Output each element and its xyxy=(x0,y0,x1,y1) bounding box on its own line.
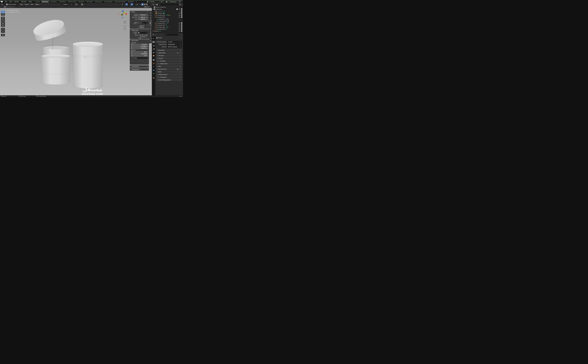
gizmo-dropdown[interactable] xyxy=(128,3,130,5)
cursor-rot-x-field[interactable]: X96.2° xyxy=(131,51,148,53)
drag-grip-icon[interactable] xyxy=(180,63,181,64)
drag-grip-icon[interactable] xyxy=(147,12,148,12)
workspace-tab-animation[interactable]: Animation xyxy=(85,0,94,3)
outliner-row[interactable]: ▶Cylinder.009 xyxy=(152,28,183,30)
presets-icon[interactable] xyxy=(177,52,178,53)
viewlayer-selector[interactable]: ViewLayer × xyxy=(165,0,182,3)
workspace-tab-shading[interactable]: Shading xyxy=(78,0,85,3)
drag-grip-icon[interactable] xyxy=(180,58,181,59)
axis-y-neg-handle[interactable] xyxy=(121,14,123,16)
menu-help[interactable]: Help xyxy=(28,1,33,3)
tool-transform[interactable] xyxy=(1,25,5,27)
cursor-loc-y-field[interactable]: Y-0.02186 m xyxy=(131,46,148,47)
options-dropdown[interactable]: Options xyxy=(144,6,150,8)
mode-dropdown[interactable]: Object Mode xyxy=(6,3,18,5)
properties-tab-physics[interactable] xyxy=(152,69,155,72)
local-camera-checkbox[interactable] xyxy=(138,22,139,24)
overlays-dropdown[interactable] xyxy=(133,3,135,5)
workspace-tab-uv-editing[interactable]: UV Editing xyxy=(58,0,67,3)
axis-y-handle[interactable]: Y xyxy=(123,12,125,13)
properties-tab-texture[interactable] xyxy=(152,77,155,79)
remove-viewlayer-icon[interactable]: × xyxy=(180,1,181,2)
tool-measure[interactable] xyxy=(1,30,5,33)
overlays-toggle[interactable]: ◎ xyxy=(131,3,133,5)
eye-closed-icon[interactable] xyxy=(179,11,180,12)
tool-select-box[interactable] xyxy=(1,11,5,13)
select-mode-subtract[interactable] xyxy=(8,6,10,8)
outliner-item-name[interactable]: Cylinder.008 xyxy=(157,26,165,28)
eye-icon[interactable] xyxy=(179,9,180,10)
outliner-item-name[interactable]: Cylinder.009 xyxy=(157,28,165,30)
shading-wireframe-button[interactable]: ○ xyxy=(139,3,141,5)
expand-toggle[interactable]: ▶ xyxy=(156,19,158,20)
eye-icon[interactable] xyxy=(179,29,180,30)
properties-search[interactable] xyxy=(164,34,178,36)
perspective-toggle-button[interactable] xyxy=(124,28,126,31)
display-mode-icon[interactable] xyxy=(156,4,158,5)
expand-toggle[interactable]: ▼ xyxy=(153,9,154,10)
drag-grip-icon[interactable] xyxy=(180,69,181,70)
outliner-item-name[interactable]: Cylinder.007 xyxy=(157,25,165,26)
cursor-rot-z-field[interactable]: Z-4.37° xyxy=(131,55,148,57)
drag-grip-icon[interactable] xyxy=(180,77,181,78)
menu-window[interactable]: Window xyxy=(20,1,27,3)
scene-selector[interactable]: Scene × xyxy=(146,0,165,3)
clip-start-field[interactable]: 0.01 m xyxy=(138,16,148,18)
properties-tab-collection[interactable] xyxy=(152,59,155,61)
blender-logo[interactable] xyxy=(1,1,3,2)
drag-grip-icon[interactable] xyxy=(180,74,181,75)
cursor-panel-header[interactable]: 3D Cursor xyxy=(130,39,149,42)
drag-grip-icon[interactable] xyxy=(180,66,181,67)
cursor-loc-z-field[interactable]: Z0.06078 m xyxy=(131,47,148,49)
new-scene-icon[interactable] xyxy=(161,1,162,2)
shading-rendered-button[interactable]: ◑ xyxy=(145,3,148,5)
outliner-item-name[interactable]: Cylinder.006 xyxy=(159,20,167,22)
viewport-menu-add[interactable]: Add xyxy=(30,3,34,5)
menu-file[interactable]: File xyxy=(4,1,8,3)
section-grease-pencil[interactable]: Grease Pencil xyxy=(156,73,182,76)
workspace-tab-geometry-nodes[interactable]: Geometry Nodes xyxy=(113,0,127,3)
drag-grip-icon[interactable] xyxy=(180,55,181,56)
cam-icon[interactable] xyxy=(181,15,182,16)
camera-view-button[interactable] xyxy=(124,26,126,28)
drag-grip-icon[interactable] xyxy=(147,66,148,67)
snap-toggle[interactable]: ∩ xyxy=(75,3,77,5)
workspace-tab-sculpting[interactable]: Sculpting xyxy=(49,0,58,3)
clip-end-field[interactable]: 1000 m xyxy=(138,19,148,20)
eye-icon[interactable] xyxy=(179,15,180,16)
section-light-paths[interactable]: Light Paths xyxy=(156,52,182,54)
axis-z-neg-handle[interactable] xyxy=(122,17,123,18)
eye-icon[interactable] xyxy=(179,23,180,24)
cam-icon[interactable] xyxy=(181,25,182,26)
tool-rotate[interactable] xyxy=(1,19,5,22)
axis-x-handle[interactable]: X xyxy=(125,13,127,15)
properties-tab-world[interactable] xyxy=(152,54,155,57)
drag-grip-icon[interactable] xyxy=(180,61,181,61)
drag-grip-icon[interactable] xyxy=(180,72,181,72)
device-dropdown[interactable]: GPU Compute xyxy=(167,46,182,48)
outliner-item-name[interactable]: Cylinder.005 xyxy=(157,22,165,24)
expand-toggle[interactable]: ▼ xyxy=(154,17,156,18)
eyedropper-icon[interactable]: ✎ xyxy=(147,32,148,33)
local-camera-field[interactable]: Ca... × xyxy=(140,22,148,24)
axis-x-neg-handle[interactable] xyxy=(118,13,120,14)
section-checkbox[interactable] xyxy=(159,77,159,78)
xray-toggle[interactable]: ▣ xyxy=(136,3,138,5)
outliner-item-name[interactable]: Cylinder.004 xyxy=(157,14,165,16)
properties-tab-tool[interactable] xyxy=(152,37,155,40)
section-sampling[interactable]: Sampling xyxy=(156,49,182,51)
filter-icon[interactable] xyxy=(179,4,180,5)
viewport-menu-object[interactable]: Object xyxy=(34,3,40,5)
workspace-tab-layout[interactable]: Layout xyxy=(34,0,41,3)
section-motion-blur[interactable]: Motion Blur xyxy=(156,63,182,65)
properties-tab-object[interactable] xyxy=(152,62,155,65)
expand-toggle[interactable]: ▶ xyxy=(154,11,156,12)
shading-material-button[interactable]: ◐ xyxy=(144,3,146,5)
sidebar-tab-tool[interactable]: Tool xyxy=(149,16,152,20)
snap-dropdown[interactable]: ⊦ xyxy=(77,3,80,5)
rotation-mode-dropdown[interactable]: XYZ Euler xyxy=(131,57,148,59)
tool-cursor[interactable] xyxy=(1,13,5,16)
cam-icon[interactable] xyxy=(181,9,182,10)
section-checkbox[interactable] xyxy=(159,60,159,62)
sidebar-collections-panel[interactable]: Collections xyxy=(130,65,149,68)
